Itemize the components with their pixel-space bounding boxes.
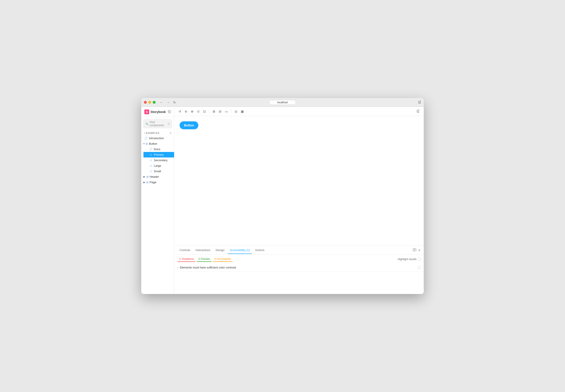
outline-icon[interactable]: ⊟ bbox=[218, 109, 223, 114]
search-shortcut: / bbox=[167, 123, 170, 125]
maximize-button[interactable] bbox=[153, 101, 156, 104]
content-area: ↺ ⊖ ⊕ ⊙ ⊡ ⊞ ⊟ ▭ ◎ ▦ Button bbox=[174, 107, 424, 294]
background-icon[interactable]: ▦ bbox=[240, 109, 245, 114]
sidebar-item-label: Button bbox=[149, 142, 157, 145]
sidebar-logo: S Storybook bbox=[144, 110, 166, 114]
story-icon: ◻ bbox=[149, 159, 152, 162]
expand-icon: ▶ bbox=[144, 181, 145, 183]
sidebar-item-label: Page bbox=[150, 181, 156, 184]
app-name: Storybook bbox=[150, 110, 166, 114]
sidebar-item-label: Small bbox=[154, 169, 161, 173]
sidebar-header: S Storybook bbox=[141, 107, 174, 117]
sub-tab-passes[interactable]: 3 Passes bbox=[197, 256, 212, 262]
story-icon: ◻ bbox=[149, 153, 152, 156]
toolbar: ↺ ⊖ ⊕ ⊙ ⊡ ⊞ ⊟ ▭ ◎ ▦ bbox=[174, 107, 424, 116]
sidebar-item-introduction[interactable]: 📄 Introduction bbox=[141, 135, 174, 141]
tab-design[interactable]: Design bbox=[214, 246, 227, 254]
search-icon: 🔍 bbox=[145, 123, 148, 125]
tab-interactions[interactable]: Interactions bbox=[193, 246, 212, 254]
violation-row[interactable]: › Elements must have sufficient color co… bbox=[174, 264, 424, 272]
sub-tab-incomplete[interactable]: 0 Incomplete bbox=[213, 256, 232, 262]
search-bar[interactable]: 🔍 Find components / bbox=[144, 119, 172, 128]
viewport-icon[interactable]: ▭ bbox=[224, 109, 229, 114]
nav-buttons: ← → ↻ bbox=[159, 100, 177, 105]
grid-icon[interactable]: ⊞ bbox=[212, 109, 217, 114]
sidebar-item-primary[interactable]: ◻ Primary bbox=[144, 152, 174, 157]
zoom-out-icon[interactable]: ⊖ bbox=[184, 109, 188, 114]
toolbar-divider bbox=[209, 109, 209, 114]
nav-group-button: 📄 Docs ◻ Primary ◻ Secondary ◻ Large ◻ bbox=[141, 146, 174, 174]
panel-tabs: Controls Interactions Design Accessibili… bbox=[174, 246, 424, 255]
sub-tabs: 1 Violations 3 Passes 0 Incomplete Highl… bbox=[174, 255, 424, 264]
tab-accessibility[interactable]: Accessibility (1) bbox=[228, 246, 252, 254]
svg-rect-2 bbox=[415, 248, 416, 251]
doc-icon: 📄 bbox=[144, 137, 147, 140]
section-header: ▾ EXAMPLES ⇅ bbox=[141, 130, 174, 135]
expand-icon: ▾ bbox=[144, 142, 145, 145]
preview-area: Button bbox=[174, 116, 424, 246]
sidebar: S Storybook 🔍 Find components / ▾ EXAMPL… bbox=[141, 107, 174, 294]
preview-button[interactable]: Button bbox=[180, 121, 198, 129]
back-button[interactable]: ← bbox=[159, 100, 164, 105]
violation-text: Elements must have sufficient color cont… bbox=[180, 266, 416, 269]
expand-icon: ▶ bbox=[144, 176, 145, 178]
component-icon: ⊞ bbox=[146, 175, 148, 178]
zoom-reset-icon[interactable]: ⊙ bbox=[196, 109, 201, 114]
traffic-lights bbox=[144, 101, 156, 104]
split-panel-icon[interactable] bbox=[413, 248, 416, 252]
main-layout: S Storybook 🔍 Find components / ▾ EXAMPL… bbox=[141, 107, 424, 294]
external-link-icon bbox=[418, 100, 421, 104]
reset-icon[interactable]: ↺ bbox=[177, 109, 182, 114]
story-icon: ◻ bbox=[149, 170, 152, 173]
open-external-icon[interactable] bbox=[415, 109, 421, 114]
sidebar-item-label: Primary bbox=[154, 153, 164, 156]
sidebar-item-docs[interactable]: 📄 Docs bbox=[144, 146, 174, 152]
sidebar-item-label: Large bbox=[154, 164, 161, 167]
section-chevron-icon: ▾ bbox=[144, 132, 145, 134]
component-icon: ⊞ bbox=[146, 181, 148, 184]
svg-rect-1 bbox=[413, 248, 414, 251]
tab-actions[interactable]: Actions bbox=[253, 246, 267, 254]
forward-button[interactable]: → bbox=[166, 100, 171, 105]
doc-icon: 📄 bbox=[149, 148, 152, 151]
sidebar-item-header-parent[interactable]: ▶ ⊞ Header bbox=[141, 174, 174, 180]
close-panel-icon[interactable]: ✕ bbox=[418, 248, 421, 252]
panel-tab-icons: ✕ bbox=[413, 248, 421, 252]
svg-point-0 bbox=[169, 111, 170, 112]
close-button[interactable] bbox=[144, 101, 147, 104]
toolbar-right bbox=[415, 110, 421, 113]
sort-icon: ⇅ bbox=[170, 132, 172, 135]
violation-expand-icon: › bbox=[177, 266, 178, 269]
zoom-in-icon[interactable]: ⊕ bbox=[190, 109, 195, 114]
sidebar-item-small[interactable]: ◻ Small bbox=[144, 168, 174, 174]
sidebar-item-label: Secondary bbox=[154, 159, 167, 162]
sidebar-item-label: Header bbox=[150, 175, 159, 178]
refresh-button[interactable]: ↻ bbox=[172, 100, 177, 105]
highlight-results: Highlight results bbox=[398, 258, 421, 261]
sub-tab-violations[interactable]: 1 Violations bbox=[177, 256, 196, 262]
sidebar-item-label: Introduction bbox=[149, 137, 164, 140]
fullscreen-icon[interactable]: ⊡ bbox=[202, 109, 207, 114]
sidebar-item-button-parent[interactable]: ▾ ⊞ Button bbox=[141, 141, 174, 146]
settings-icon[interactable] bbox=[167, 110, 171, 114]
search-placeholder: Find components bbox=[150, 121, 166, 127]
browser-window: ← → ↻ localhost S Storybook bbox=[141, 98, 424, 294]
highlight-results-checkbox[interactable] bbox=[418, 258, 421, 261]
panel: Controls Interactions Design Accessibili… bbox=[174, 246, 424, 294]
minimize-button[interactable] bbox=[148, 101, 151, 104]
sidebar-item-page-parent[interactable]: ▶ ⊞ Page bbox=[141, 180, 174, 185]
highlight-results-label: Highlight results bbox=[398, 258, 417, 261]
component-icon: ⊞ bbox=[146, 142, 148, 145]
url-bar[interactable]: localhost bbox=[269, 100, 296, 105]
violation-checkbox[interactable] bbox=[418, 266, 421, 269]
accessibility-icon[interactable]: ◎ bbox=[233, 109, 238, 114]
sidebar-item-large[interactable]: ◻ Large bbox=[144, 163, 174, 168]
title-bar: ← → ↻ localhost bbox=[141, 98, 424, 107]
tab-controls[interactable]: Controls bbox=[177, 246, 192, 254]
logo-icon: S bbox=[144, 110, 149, 114]
section-label: EXAMPLES bbox=[146, 132, 159, 134]
sidebar-item-label: Docs bbox=[154, 148, 160, 151]
story-icon: ◻ bbox=[149, 164, 152, 167]
sidebar-item-secondary[interactable]: ◻ Secondary bbox=[144, 157, 174, 163]
